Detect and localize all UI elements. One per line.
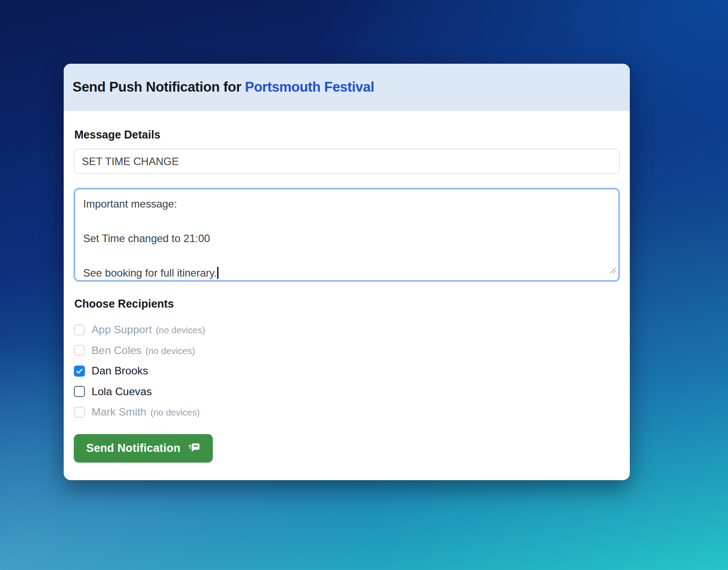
recipient-checkbox (74, 407, 85, 418)
recipient-devices-note: (no devices) (156, 324, 205, 335)
text-cursor (217, 267, 218, 279)
recipient-checkbox (74, 345, 85, 356)
message-body-text: Important message: Set Time changed to 2… (83, 198, 217, 279)
message-details-heading: Message Details (74, 128, 620, 141)
chat-bubble-icon (188, 442, 200, 455)
resize-handle-icon[interactable] (609, 261, 616, 278)
dialog-body: Message Details Important message: Set T… (64, 111, 630, 462)
recipient-devices-note: (no devices) (146, 345, 195, 356)
recipient-checkbox (74, 324, 85, 335)
event-name: Portsmouth Festival (245, 79, 374, 95)
dialog-title-prefix: Send Push Notification for (73, 79, 245, 95)
recipient-checkbox[interactable] (74, 366, 85, 377)
dialog-title: Send Push Notification for Portsmouth Fe… (73, 79, 374, 95)
recipient-row: Mark Smith (no devices) (74, 402, 620, 423)
recipient-row: Ben Coles (no devices) (74, 340, 620, 361)
send-notification-label: Send Notification (86, 442, 180, 454)
recipient-name: Lola Cuevas (92, 385, 152, 398)
send-push-notification-dialog: Send Push Notification for Portsmouth Fe… (64, 64, 630, 480)
recipients-list: App Support (no devices) Ben Coles (no d… (74, 320, 620, 423)
recipient-name: Ben Coles (92, 344, 142, 357)
recipient-name: Dan Brooks (92, 365, 148, 377)
recipient-row: App Support (no devices) (74, 320, 620, 340)
recipient-devices-note: (no devices) (150, 406, 200, 418)
dialog-header: Send Push Notification for Portsmouth Fe… (64, 64, 630, 111)
choose-recipients-heading: Choose Recipients (74, 297, 620, 310)
message-body-textarea[interactable]: Important message: Set Time changed to 2… (74, 188, 620, 281)
recipient-name: Mark Smith (92, 406, 146, 418)
recipient-name: App Support (92, 324, 152, 336)
recipient-row: Lola Cuevas (74, 381, 620, 402)
message-title-input[interactable] (74, 149, 620, 174)
recipient-row: Dan Brooks (74, 361, 620, 381)
send-notification-button[interactable]: Send Notification (74, 434, 213, 462)
recipients-section: Choose Recipients App Support (no device… (74, 297, 620, 423)
recipient-checkbox[interactable] (74, 386, 85, 397)
